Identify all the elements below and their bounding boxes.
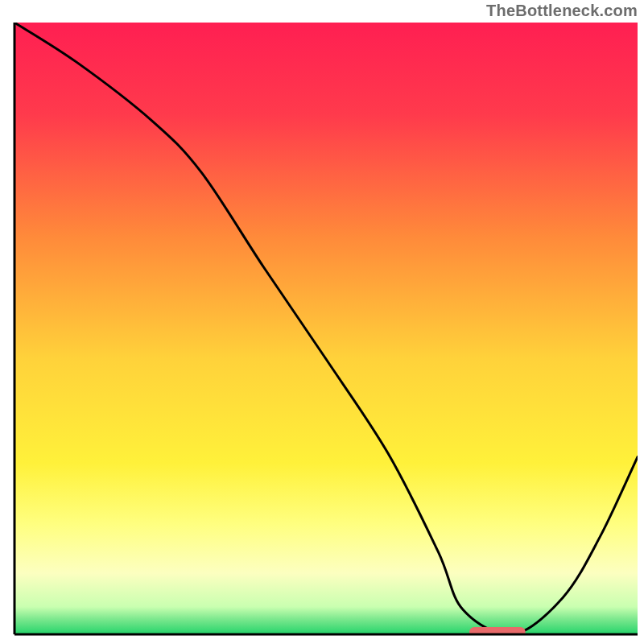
gradient-background	[14, 23, 638, 634]
watermark-text: TheBottleneck.com	[486, 2, 638, 20]
bottleneck-chart	[0, 0, 644, 644]
